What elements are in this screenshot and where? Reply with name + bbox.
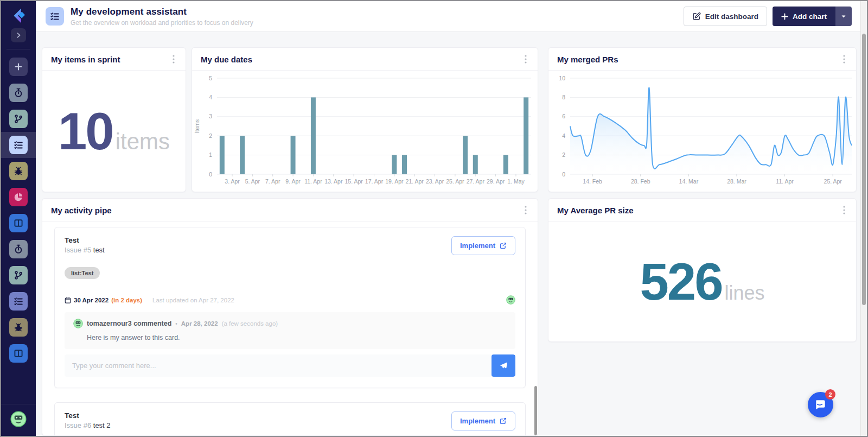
implement-label: Implement xyxy=(460,417,495,425)
bot-avatar-icon[interactable] xyxy=(10,411,27,427)
due-date: 30 Apr 2022 xyxy=(74,297,108,303)
app-logo-icon[interactable] xyxy=(9,7,28,25)
due-dates-bar-chart: 0123453. Apr5. Apr7. Apr9. Apr11. Apr13.… xyxy=(192,71,538,193)
card-activity-pipe: My activity pipe Test xyxy=(42,198,538,436)
sidebar-divider xyxy=(7,49,30,49)
svg-text:8: 8 xyxy=(562,94,565,100)
page-title: My development assistant xyxy=(71,7,253,17)
issue-ref: Issue #6 xyxy=(65,421,91,429)
svg-text:2: 2 xyxy=(562,151,565,158)
bot-avatar-icon xyxy=(506,295,515,305)
sidebar-dashboard-list xyxy=(1,54,36,366)
kebab-menu-icon[interactable] xyxy=(841,205,847,216)
caret-down-icon xyxy=(840,13,847,20)
svg-text:29. Apr: 29. Apr xyxy=(487,178,505,185)
implement-button[interactable]: Implement xyxy=(451,236,515,255)
page-subtitle: Get the overview on workload and priorit… xyxy=(71,19,253,27)
svg-text:13. Apr: 13. Apr xyxy=(324,178,343,185)
page-scrollbar[interactable] xyxy=(860,1,867,436)
edit-dashboard-button[interactable]: Edit dashboard xyxy=(684,7,767,26)
chat-launcher-button[interactable]: 2 xyxy=(808,392,833,417)
card-title: My Average PR size xyxy=(557,206,634,215)
svg-text:28. Mar: 28. Mar xyxy=(727,178,746,185)
svg-text:11. Apr: 11. Apr xyxy=(776,178,794,185)
implement-button[interactable]: Implement xyxy=(451,411,515,430)
add-chart-label: Add chart xyxy=(793,12,827,21)
top-header: My development assistant Get the overvie… xyxy=(36,1,860,32)
card-title: My items in sprint xyxy=(51,55,120,64)
sidebar-footer xyxy=(1,404,36,436)
sidebar-item-pie[interactable] xyxy=(1,184,36,210)
svg-text:21. Apr: 21. Apr xyxy=(406,178,424,185)
chat-unread-badge: 2 xyxy=(825,389,835,400)
sidebar-item-git-2[interactable] xyxy=(1,262,36,288)
bug-icon xyxy=(9,162,28,180)
comment-composer xyxy=(65,354,515,377)
dashboard-badge-icon xyxy=(46,7,64,26)
sidebar-expand-button[interactable] xyxy=(11,28,26,42)
sidebar-item-tasks-2[interactable] xyxy=(1,288,36,314)
main-area: My development assistant Get the overvie… xyxy=(36,1,860,436)
svg-text:5: 5 xyxy=(209,75,212,81)
edit-dashboard-label: Edit dashboard xyxy=(705,12,758,21)
metric-value: 526 xyxy=(640,256,722,308)
send-comment-button[interactable] xyxy=(492,354,515,377)
plus-icon xyxy=(781,13,788,20)
comment-action: commented xyxy=(133,320,171,327)
svg-text:3: 3 xyxy=(209,113,212,119)
activity-scrollbar-thumb[interactable] xyxy=(534,386,537,435)
page-scrollbar-thumb[interactable] xyxy=(862,34,866,305)
svg-text:1: 1 xyxy=(209,151,212,158)
sidebar-item-board-2[interactable] xyxy=(1,340,36,366)
activity-item: Test Issue #5 test Implement xyxy=(54,227,526,388)
edit-pencil-icon xyxy=(692,12,701,21)
due-note: (in 2 days) xyxy=(111,297,142,303)
svg-text:15. Apr: 15. Apr xyxy=(345,178,363,185)
calendar-icon xyxy=(65,297,71,303)
sidebar-item-bugs-2[interactable] xyxy=(1,314,36,340)
chevron-right-icon xyxy=(15,31,22,39)
add-chart-caret-button[interactable] xyxy=(835,7,852,26)
item-title: Test xyxy=(65,411,111,420)
svg-text:27. Apr: 27. Apr xyxy=(467,178,485,185)
sidebar-item-board-1[interactable] xyxy=(1,210,36,236)
issue-text: test 2 xyxy=(93,421,111,429)
svg-text:14. Mar: 14. Mar xyxy=(679,178,699,185)
svg-text:9. Apr: 9. Apr xyxy=(285,178,301,185)
comment-input[interactable] xyxy=(65,354,492,377)
bug-icon xyxy=(9,318,28,337)
svg-text:1. May: 1. May xyxy=(507,178,525,185)
dashboard-grid: My items in sprint 10 items xyxy=(36,32,860,436)
external-link-icon xyxy=(500,417,507,425)
svg-text:25. Apr: 25. Apr xyxy=(824,178,843,185)
card-avg-pr-size: My Average PR size 526 lines xyxy=(548,198,857,342)
kebab-menu-icon[interactable] xyxy=(170,54,177,65)
sidebar-item-tasks-1[interactable] xyxy=(1,132,36,158)
board-icon xyxy=(9,214,28,232)
card-due-dates: My due dates 0123453. Apr5. Apr7. Apr9. … xyxy=(192,47,538,192)
pie-chart-icon xyxy=(9,188,28,206)
card-items-in-sprint: My items in sprint 10 items xyxy=(42,47,186,192)
sidebar-item-bugs-1[interactable] xyxy=(1,158,36,184)
card-title: My merged PRs xyxy=(557,55,618,64)
plus-icon xyxy=(9,58,28,76)
paper-plane-icon xyxy=(500,362,508,370)
sidebar xyxy=(1,1,36,436)
issue-text: test xyxy=(93,246,105,254)
sidebar-item-timer-1[interactable] xyxy=(1,80,36,106)
add-chart-split-button: Add chart xyxy=(773,7,852,26)
kebab-menu-icon[interactable] xyxy=(841,54,847,65)
add-chart-button[interactable]: Add chart xyxy=(773,7,835,26)
sidebar-item-add[interactable] xyxy=(1,54,36,80)
checklist-icon xyxy=(9,292,28,311)
sidebar-item-timer-2[interactable] xyxy=(1,236,36,262)
sidebar-item-git-1[interactable] xyxy=(1,106,36,132)
kebab-menu-icon[interactable] xyxy=(522,205,529,216)
svg-text:25. Apr: 25. Apr xyxy=(446,178,464,185)
kebab-menu-icon[interactable] xyxy=(522,54,529,65)
metric-unit: items xyxy=(116,129,170,155)
label-tag[interactable]: list:Test xyxy=(65,267,100,279)
svg-text:0: 0 xyxy=(562,171,565,178)
stopwatch-icon xyxy=(9,84,28,102)
svg-text:28. Feb: 28. Feb xyxy=(631,178,650,185)
